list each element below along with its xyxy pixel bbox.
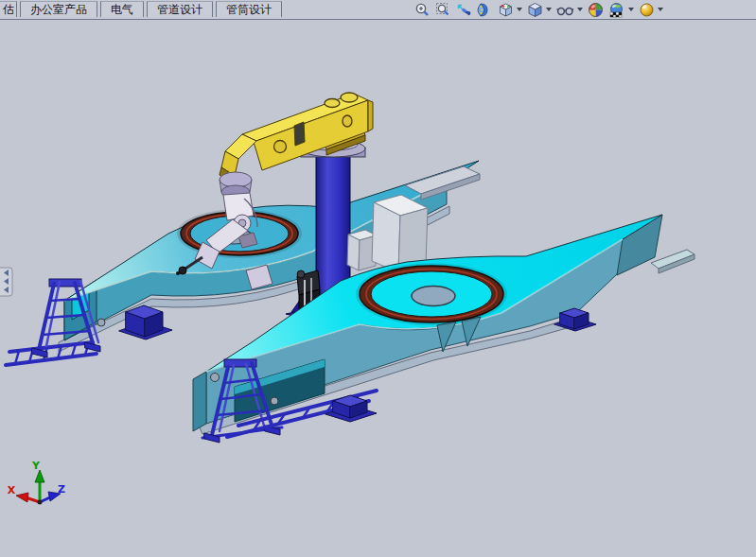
hide-show-items-button[interactable] — [555, 2, 584, 18]
tab-office-products[interactable]: 办公室产品 — [20, 1, 97, 17]
dropdown-caret[interactable] — [577, 8, 583, 11]
panel-expander[interactable] — [0, 268, 12, 296]
dropdown-caret[interactable] — [517, 8, 522, 11]
front-beam-rotary-ring[interactable] — [356, 263, 507, 325]
tab-piping-design[interactable]: 管道设计 — [147, 1, 213, 17]
front-ring-center-hole — [412, 287, 455, 306]
tab-label: 估 — [3, 2, 14, 18]
tab-electrical[interactable]: 电气 — [100, 1, 144, 17]
view-settings-button[interactable] — [638, 2, 664, 18]
tab-label: 管道设计 — [157, 2, 202, 18]
triad-x-label: X — [8, 484, 16, 496]
zoom-to-fit-button[interactable] — [413, 2, 431, 18]
view-orientation-button[interactable] — [497, 2, 523, 18]
edit-appearance-button[interactable] — [587, 2, 605, 18]
tab-tubing-design[interactable]: 管筒设计 — [216, 1, 282, 17]
tab-evaluate-partial[interactable]: 估 — [0, 1, 17, 17]
command-tabs: 估 办公室产品 电气 管道设计 管筒设计 — [0, 0, 282, 18]
heads-up-view-toolbar — [413, 1, 667, 18]
front-beam-trunnion-pin — [211, 374, 220, 382]
tab-label: 办公室产品 — [30, 2, 87, 18]
previous-view-icon — [456, 2, 472, 18]
tab-label: 管筒设计 — [226, 2, 272, 18]
zoom-to-fit-icon — [414, 2, 431, 18]
section-view-button[interactable] — [476, 2, 494, 18]
front-beam-end-face — [193, 372, 206, 431]
section-view-icon — [477, 2, 493, 18]
dropdown-caret[interactable] — [546, 8, 552, 11]
hide-show-items-icon — [556, 2, 574, 18]
edit-appearance-icon — [588, 2, 604, 18]
previous-view-button[interactable] — [455, 2, 473, 18]
display-style-icon — [527, 2, 543, 18]
view-settings-icon — [639, 2, 655, 18]
front-beam-trunnion-pin — [271, 397, 278, 405]
dropdown-caret[interactable] — [658, 8, 663, 11]
apply-scene-button[interactable] — [607, 2, 635, 18]
solidworks-window: Y X Z 估 办公室产品 电气 管道设计 — [0, 0, 756, 557]
triad-z-label: Z — [58, 483, 65, 496]
view-orientation-icon — [498, 2, 514, 18]
display-style-button[interactable] — [526, 2, 553, 18]
zoom-to-area-button[interactable] — [434, 2, 452, 18]
apply-scene-icon — [608, 2, 625, 18]
zoom-to-area-icon — [435, 2, 451, 18]
3d-viewport[interactable]: Y X Z — [0, 0, 756, 557]
dropdown-caret[interactable] — [628, 8, 634, 11]
rear-beam-trunnion-pin — [97, 319, 105, 326]
triad-y-label: Y — [31, 460, 41, 472]
command-manager-toolbar: 估 办公室产品 电气 管道设计 管筒设计 — [0, 0, 756, 20]
tab-label: 电气 — [111, 2, 133, 18]
